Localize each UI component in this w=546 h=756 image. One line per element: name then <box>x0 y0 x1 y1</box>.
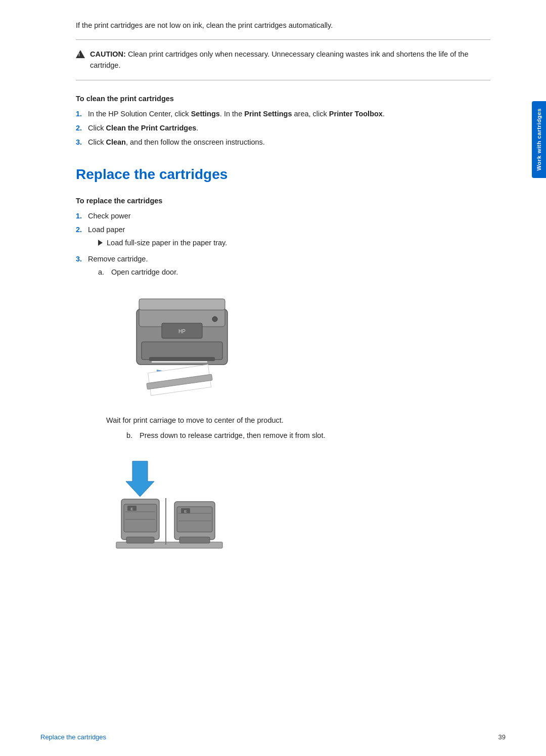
svg-rect-4 <box>149 357 215 361</box>
step-num-3: 3. <box>76 137 88 148</box>
clean-steps-list: 1. In the HP Solution Center, click Sett… <box>76 109 490 148</box>
sub-list-step-2: Load full-size paper in the paper tray. <box>88 238 227 249</box>
clean-step-3: 3. Click Clean, and then follow the onsc… <box>76 137 490 148</box>
replace-step-1: 1. Check power <box>76 211 490 222</box>
top-rule <box>76 39 490 40</box>
caution-text: CAUTION: Clean print cartridges only whe… <box>90 49 490 71</box>
alpha-label-b: b. <box>126 430 135 441</box>
replace-step-1-text: Check power <box>88 211 131 222</box>
step-b-list: b. Press down to release cartridge, then… <box>116 430 490 441</box>
alpha-item-a: a. Open cartridge door. <box>98 267 178 278</box>
side-tab-text: Work with cartridges <box>536 108 542 171</box>
svg-text:HP: HP <box>178 329 186 334</box>
footer-page-number: 39 <box>498 733 506 741</box>
caution-icon <box>76 50 85 58</box>
caution-box: CAUTION: Clean print cartridges only whe… <box>76 49 490 81</box>
caution-label: CAUTION: <box>90 50 126 58</box>
svg-rect-2 <box>139 299 225 310</box>
alpha-label-a: a. <box>98 267 107 278</box>
replace-step-num-1: 1. <box>76 211 88 222</box>
svg-marker-27 <box>126 461 154 497</box>
triangle-bullet-icon <box>98 240 103 246</box>
page-content: If the print cartridges are not low on i… <box>15 0 531 602</box>
replace-step-2-text: Load paper Load full-size paper in the p… <box>88 225 227 251</box>
step-1-text: In the HP Solution Center, click Setting… <box>88 109 385 120</box>
page-footer: Replace the cartridges 39 <box>0 733 546 741</box>
svg-text:E: E <box>184 509 187 514</box>
sub-item-triangle: Load full-size paper in the paper tray. <box>98 238 227 249</box>
wait-text: Wait for print carriage to move to cente… <box>106 415 490 426</box>
replace-step-num-3: 3. <box>76 254 88 265</box>
alpha-item-a-text: Open cartridge door. <box>111 267 178 278</box>
clean-step-1: 1. In the HP Solution Center, click Sett… <box>76 109 490 120</box>
footer-link[interactable]: Replace the cartridges <box>40 733 106 741</box>
replace-step-num-2: 2. <box>76 225 88 236</box>
clean-section-heading: To clean the print cartridges <box>76 95 490 103</box>
side-tab: Work with cartridges <box>532 101 546 178</box>
svg-point-8 <box>212 317 217 322</box>
alpha-item-b-text: Press down to release cartridge, then re… <box>140 430 326 441</box>
replace-section-heading: To replace the cartridges <box>76 197 490 205</box>
page-title-section: Replace the cartridges <box>76 166 490 183</box>
svg-rect-22 <box>179 537 210 543</box>
page-title: Replace the cartridges <box>76 166 490 183</box>
printer-illustration: HP <box>106 294 248 405</box>
cartridge-illustration: E E <box>106 454 233 560</box>
intro-paragraph: If the print cartridges are not low on i… <box>76 20 490 31</box>
svg-rect-5 <box>152 361 207 363</box>
cartridge-illustration-container: E E <box>106 454 490 561</box>
sub-item-text: Load full-size paper in the paper tray. <box>107 238 227 249</box>
caution-body: Clean print cartridges only when necessa… <box>90 50 468 69</box>
printer-illustration-container: HP <box>106 294 490 405</box>
replace-step-2: 2. Load paper Load full-size paper in th… <box>76 225 490 251</box>
step-2-text: Click Clean the Print Cartridges. <box>88 123 198 134</box>
replace-steps-list: 1. Check power 2. Load paper Load full-s… <box>76 211 490 280</box>
svg-rect-15 <box>126 537 154 543</box>
step-num-1: 1. <box>76 109 88 120</box>
svg-text:E: E <box>130 507 133 511</box>
clean-step-2: 2. Click Clean the Print Cartridges. <box>76 123 490 134</box>
alpha-list-step-3: a. Open cartridge door. <box>88 267 178 278</box>
step-3-text: Click Clean, and then follow the onscree… <box>88 137 265 148</box>
alpha-item-b: b. Press down to release cartridge, then… <box>126 430 490 441</box>
svg-rect-3 <box>142 342 222 360</box>
replace-step-3-text: Remove cartridge. a. Open cartridge door… <box>88 254 178 280</box>
replace-step-3: 3. Remove cartridge. a. Open cartridge d… <box>76 254 490 280</box>
step-num-2: 2. <box>76 123 88 134</box>
